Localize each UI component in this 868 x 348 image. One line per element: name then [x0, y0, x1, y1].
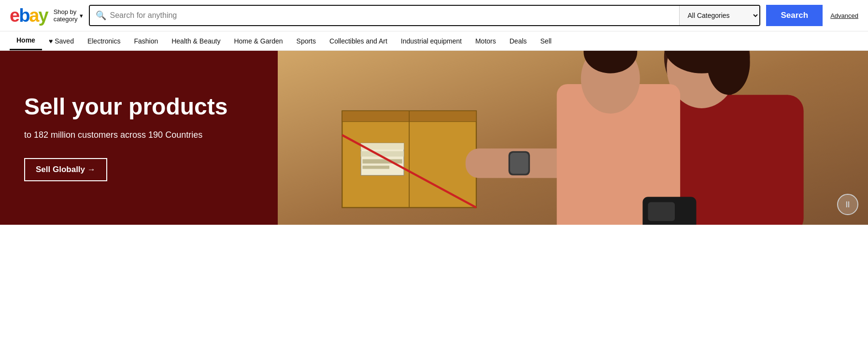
- nav-item-home-garden[interactable]: Home & Garden: [227, 32, 289, 50]
- search-input-wrapper: 🔍: [90, 6, 680, 25]
- banner-subtext: to 182 million customers across 190 Coun…: [24, 129, 254, 141]
- shop-by-text: Shop by category: [54, 8, 78, 23]
- logo-area: ebay: [10, 6, 48, 25]
- banner-scene: ⏸: [278, 51, 868, 225]
- nav-item-collectibles[interactable]: Collectibles and Art: [323, 32, 394, 50]
- main-nav: Home ♥ Saved Electronics Fashion Health …: [0, 31, 868, 51]
- pause-icon: ⏸: [843, 200, 852, 210]
- hero-banner: Sell your products to 182 million custom…: [0, 51, 868, 225]
- svg-rect-8: [363, 159, 402, 163]
- svg-rect-9: [363, 166, 390, 169]
- pause-button[interactable]: ⏸: [837, 194, 858, 215]
- shop-by-category[interactable]: Shop by category ▾: [54, 8, 83, 23]
- nav-item-fashion[interactable]: Fashion: [127, 32, 165, 50]
- logo-a: a: [29, 5, 38, 26]
- header: ebay Shop by category ▾ 🔍 All Categories…: [0, 0, 868, 31]
- banner-scene-svg: [278, 51, 868, 225]
- logo-e: e: [10, 5, 19, 26]
- chevron-down-icon: ▾: [80, 12, 83, 19]
- logo-b: b: [19, 5, 29, 26]
- banner-right-image: ⏸: [278, 51, 868, 225]
- nav-item-motors[interactable]: Motors: [469, 32, 503, 50]
- search-button[interactable]: Search: [766, 5, 823, 26]
- sell-globally-button[interactable]: Sell Globally →: [24, 158, 107, 181]
- search-bar: 🔍 All Categories Electronics Fashion Hea…: [89, 5, 761, 26]
- nav-item-deals[interactable]: Deals: [503, 32, 534, 50]
- nav-item-sell[interactable]: Sell: [534, 32, 558, 50]
- nav-item-electronics[interactable]: Electronics: [81, 32, 127, 50]
- nav-item-sports[interactable]: Sports: [290, 32, 323, 50]
- nav-item-health-beauty[interactable]: Health & Beauty: [165, 32, 227, 50]
- banner-left-panel: Sell your products to 182 million custom…: [0, 51, 278, 225]
- search-icon: 🔍: [96, 10, 106, 21]
- search-input[interactable]: [110, 11, 674, 20]
- heart-icon: ♥: [49, 37, 53, 45]
- advanced-search-link[interactable]: Advanced: [830, 12, 858, 19]
- nav-item-industrial[interactable]: Industrial equipment: [394, 32, 469, 50]
- banner-headline: Sell your products: [24, 94, 254, 120]
- svg-rect-18: [510, 153, 528, 174]
- logo-y: y: [39, 5, 48, 26]
- nav-item-home[interactable]: Home: [10, 31, 42, 50]
- nav-item-saved[interactable]: ♥ Saved: [42, 32, 81, 50]
- category-select[interactable]: All Categories Electronics Fashion Healt…: [679, 6, 759, 25]
- svg-rect-23: [648, 202, 675, 221]
- ebay-logo[interactable]: ebay: [10, 6, 48, 25]
